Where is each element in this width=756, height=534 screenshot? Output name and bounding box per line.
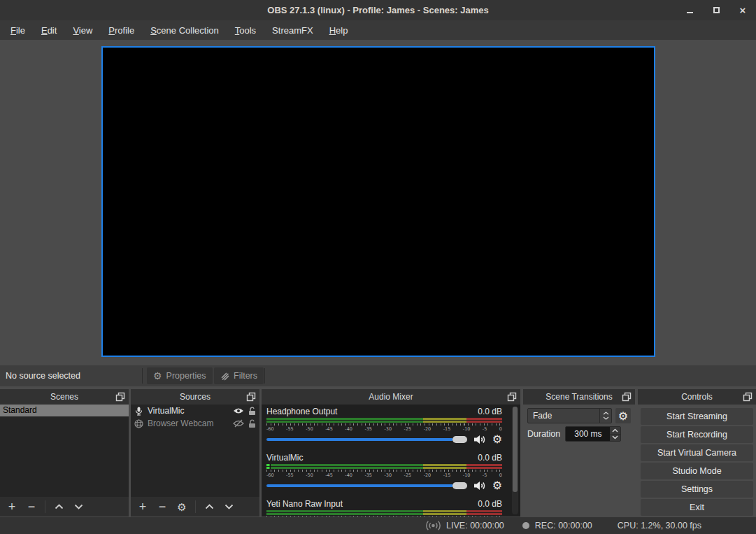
- window-title: OBS 27.1.3 (linux) - Profile: James - Sc…: [267, 5, 488, 15]
- tick-label: -10: [463, 426, 471, 432]
- sources-panel-header: Sources: [131, 389, 259, 405]
- mixer-scrollbar[interactable]: [512, 407, 518, 514]
- add-scene-button[interactable]: +: [3, 498, 21, 515]
- scene-transitions-body: Fade ⚙ Duration 300 ms: [523, 405, 635, 517]
- mixer-channel-yeti-nano: Yeti Nano Raw Input 0.0 dB -60-55-50-45-…: [266, 499, 502, 517]
- audio-mixer-title: Audio Mixer: [369, 392, 413, 402]
- chevron-up-icon: [612, 428, 618, 433]
- broadcast-icon: [425, 521, 441, 531]
- exit-button[interactable]: Exit: [641, 499, 753, 516]
- transition-select[interactable]: Fade: [527, 408, 612, 423]
- source-properties-button[interactable]: ⚙: [173, 498, 191, 515]
- rec-dot-icon: [522, 522, 529, 529]
- eye-icon[interactable]: [233, 407, 244, 414]
- meter-tickmarks: [266, 516, 502, 517]
- start-streaming-button[interactable]: Start Streaming: [641, 408, 753, 425]
- popout-icon[interactable]: [115, 392, 125, 402]
- scene-item-standard[interactable]: Standard: [0, 405, 129, 416]
- studio-mode-button[interactable]: Studio Mode: [641, 463, 753, 479]
- menu-streamfx[interactable]: StreamFX: [269, 25, 317, 36]
- chevron-up-icon: [205, 504, 214, 510]
- close-button[interactable]: ×: [738, 6, 748, 15]
- move-scene-down-button[interactable]: [69, 498, 87, 515]
- controls-panel: Controls Start Streaming Start Recording…: [638, 389, 756, 517]
- unlock-icon[interactable]: [248, 407, 256, 416]
- speaker-icon[interactable]: [473, 435, 486, 444]
- properties-button[interactable]: ⚙ Properties: [147, 367, 213, 384]
- menu-file[interactable]: File: [7, 25, 29, 36]
- start-virtual-camera-button[interactable]: Start Virtual Camera: [641, 444, 753, 461]
- popout-icon[interactable]: [743, 392, 753, 402]
- source-row-virtualmic[interactable]: VirtualMic: [131, 405, 259, 417]
- combo-spinner-icon: [599, 409, 611, 423]
- settings-button[interactable]: Settings: [641, 481, 753, 498]
- menu-tools[interactable]: Tools: [231, 25, 259, 36]
- gear-icon: ⚙: [153, 371, 162, 381]
- tick-label: -10: [463, 472, 471, 478]
- menu-scene-collection[interactable]: Scene Collection: [147, 25, 222, 36]
- start-recording-button[interactable]: Start Recording: [641, 426, 753, 443]
- mixer-channel-virtualmic: VirtualMic 0.0 dB -60-55-50-45-40-35-30-…: [266, 453, 502, 491]
- live-time: LIVE: 00:00:00: [446, 521, 504, 531]
- tick-label: -45: [325, 426, 333, 432]
- chevron-down-icon: [224, 504, 234, 510]
- duration-spinbox[interactable]: 300 ms: [565, 426, 621, 442]
- menu-help[interactable]: Help: [326, 25, 352, 36]
- scenes-panel-header: Scenes: [0, 389, 129, 405]
- channel-settings-gear-icon[interactable]: ⚙: [492, 480, 502, 491]
- popout-icon[interactable]: [246, 392, 256, 402]
- popout-icon[interactable]: [507, 392, 517, 402]
- speaker-icon[interactable]: [473, 481, 486, 491]
- chevron-down-icon: [612, 435, 618, 440]
- volume-slider-handle[interactable]: [452, 436, 467, 443]
- microphone-icon: [134, 407, 143, 416]
- transition-properties-button[interactable]: ⚙: [615, 408, 631, 423]
- controls-panel-title: Controls: [681, 392, 713, 402]
- toolbar-separator: [264, 368, 265, 384]
- menu-edit[interactable]: Edit: [38, 25, 60, 36]
- tick-label: -25: [404, 426, 412, 432]
- source-row-browser-webcam[interactable]: Browser Webcam: [131, 417, 259, 430]
- source-toolbar: No source selected ⚙ Properties Filters: [0, 365, 756, 386]
- minimize-button[interactable]: [685, 6, 694, 15]
- duration-increase-button[interactable]: [610, 427, 620, 434]
- scene-transitions-title: Scene Transitions: [545, 392, 612, 402]
- mixer-channel-headphone-output: Headphone Output 0.0 dB -60-55-50-45-40-…: [266, 407, 502, 445]
- channel-volume-db: 0.0 dB: [478, 407, 502, 416]
- duration-decrease-button[interactable]: [610, 435, 620, 442]
- volume-slider[interactable]: [266, 481, 467, 491]
- transition-selected-value: Fade: [533, 411, 552, 421]
- channel-name: Yeti Nano Raw Input: [266, 499, 343, 509]
- filters-button[interactable]: Filters: [214, 367, 264, 384]
- sources-list: VirtualMic Browser Webcam: [131, 405, 259, 497]
- maximize-button[interactable]: [711, 6, 721, 15]
- volume-slider-handle[interactable]: [452, 482, 467, 489]
- maximize-icon: [713, 7, 720, 13]
- move-scene-up-button[interactable]: [50, 498, 68, 515]
- filters-button-label: Filters: [234, 371, 257, 381]
- volume-slider[interactable]: [266, 435, 467, 444]
- tick-label: -55: [286, 426, 294, 432]
- remove-scene-button[interactable]: −: [22, 498, 41, 515]
- scenes-panel-title: Scenes: [50, 392, 78, 402]
- channel-settings-gear-icon[interactable]: ⚙: [492, 434, 502, 445]
- remove-source-button[interactable]: −: [153, 498, 171, 515]
- move-source-up-button[interactable]: [200, 498, 218, 515]
- mixer-scrollbar-thumb[interactable]: [513, 407, 518, 492]
- eye-slash-icon[interactable]: [233, 419, 244, 428]
- scenes-list: Standard: [0, 405, 129, 497]
- unlock-icon[interactable]: [248, 419, 256, 428]
- preview-canvas[interactable]: [101, 46, 655, 357]
- meter-tickmarks: [266, 470, 502, 472]
- channel-name: Headphone Output: [266, 407, 337, 416]
- menu-profile[interactable]: Profile: [105, 25, 138, 36]
- toolbar-separator: [195, 500, 196, 513]
- audio-mixer-header: Audio Mixer: [262, 389, 520, 405]
- add-source-button[interactable]: +: [134, 498, 152, 515]
- popout-icon[interactable]: [622, 392, 632, 402]
- move-source-down-button[interactable]: [220, 498, 238, 515]
- menu-view[interactable]: View: [69, 25, 96, 36]
- volume-meter: [266, 418, 502, 423]
- chevron-down-icon: [74, 504, 83, 510]
- minimize-icon: [687, 12, 693, 13]
